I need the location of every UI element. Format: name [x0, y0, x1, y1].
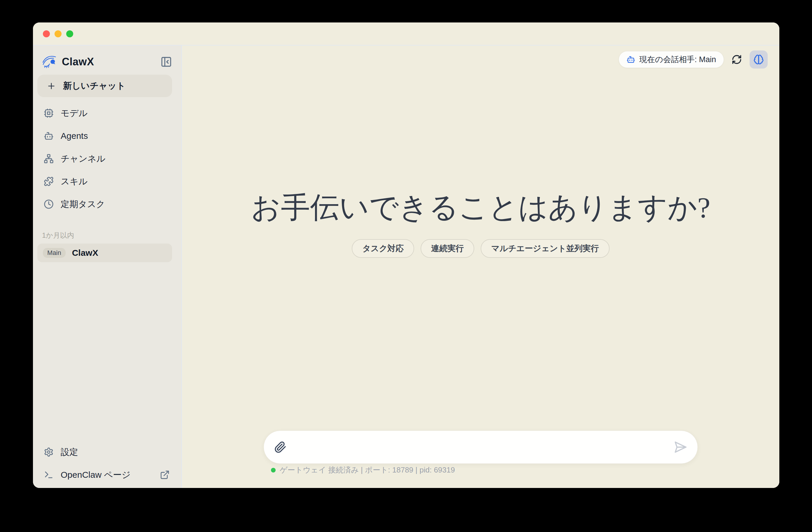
chip-icon — [44, 108, 54, 118]
sidebar-nav: モデル Agents — [37, 102, 172, 216]
sidebar-item-label: チャンネル — [61, 153, 105, 165]
suggestion-continuous-run[interactable]: 連続実行 — [421, 239, 474, 258]
plus-icon — [47, 81, 56, 91]
sidebar-item-label: Agents — [61, 131, 88, 141]
terminal-icon — [44, 470, 54, 480]
history-section-label: 1か月以内 — [42, 231, 172, 240]
gateway-status-bar: ゲートウェイ 接続済み | ポート: 18789 | pid: 69319 — [271, 465, 455, 475]
current-conversation-badge[interactable]: 現在の会話相手: Main — [619, 51, 724, 68]
gear-icon — [44, 447, 54, 457]
sidebar-item-channels[interactable]: チャンネル — [37, 147, 172, 170]
panel-collapse-icon[interactable] — [160, 56, 172, 68]
titlebar — [33, 23, 779, 45]
agent-badge: Main — [43, 248, 66, 258]
sidebar-spacer — [37, 262, 172, 441]
suggestion-multi-agent[interactable]: マルチエージェント並列実行 — [481, 239, 609, 258]
sidebar-item-label: モデル — [61, 107, 87, 119]
sidebar-header: ClawX — [37, 45, 172, 73]
suggestion-task-support[interactable]: タスク対応 — [352, 239, 414, 258]
robot-icon — [44, 131, 54, 141]
sidebar-item-label: スキル — [61, 176, 87, 188]
sidebar-item-settings[interactable]: 設定 — [37, 441, 172, 463]
hero-greeting: お手伝いできることはありますか? — [182, 188, 779, 228]
gateway-status-text: ゲートウェイ 接続済み | ポート: 18789 | pid: 69319 — [280, 465, 455, 475]
sidebar-item-models[interactable]: モデル — [37, 102, 172, 125]
external-link-icon — [160, 470, 170, 480]
suggestion-pills: タスク対応 連続実行 マルチエージェント並列実行 — [182, 239, 779, 258]
minimize-window-button[interactable] — [55, 30, 61, 37]
close-window-button[interactable] — [43, 30, 50, 37]
network-icon — [44, 154, 54, 163]
connection-status-dot — [271, 468, 276, 473]
paperclip-icon[interactable] — [274, 441, 287, 453]
chat-title: ClawX — [72, 248, 98, 258]
brain-icon — [753, 54, 764, 65]
sidebar-item-label: 定期タスク — [61, 198, 105, 210]
sidebar-item-label: 設定 — [61, 446, 78, 458]
new-chat-label: 新しいチャット — [63, 80, 126, 92]
desktop-background: ClawX 新しいチャット — [0, 0, 812, 532]
puzzle-icon — [44, 176, 54, 186]
topbar: 現在の会話相手: Main — [619, 51, 768, 69]
refresh-icon[interactable] — [730, 53, 743, 66]
message-input[interactable] — [293, 437, 667, 457]
sidebar-item-skills[interactable]: スキル — [37, 170, 172, 193]
message-composer — [264, 431, 698, 464]
chat-history-item[interactable]: Main ClawX — [37, 244, 172, 262]
clock-icon — [44, 199, 54, 209]
app-window: ClawX 新しいチャット — [33, 23, 779, 488]
current-conversation-label: 現在の会話相手: Main — [639, 54, 716, 65]
robot-icon — [626, 55, 635, 64]
sidebar-item-agents[interactable]: Agents — [37, 125, 172, 147]
new-chat-button[interactable]: 新しいチャット — [37, 75, 172, 97]
app-title: ClawX — [62, 56, 94, 68]
main-area: 現在の会話相手: Main — [182, 45, 779, 488]
sidebar-item-openclaw-page[interactable]: OpenClaw ページ — [37, 463, 172, 486]
sidebar-item-label: OpenClaw ページ — [61, 469, 131, 481]
sidebar: ClawX 新しいチャット — [33, 45, 182, 488]
brain-button[interactable] — [750, 51, 768, 69]
lobster-logo — [42, 54, 57, 69]
send-icon[interactable] — [674, 441, 687, 454]
sidebar-item-scheduled-tasks[interactable]: 定期タスク — [37, 193, 172, 216]
zoom-window-button[interactable] — [66, 30, 73, 37]
window-body: ClawX 新しいチャット — [33, 45, 779, 488]
